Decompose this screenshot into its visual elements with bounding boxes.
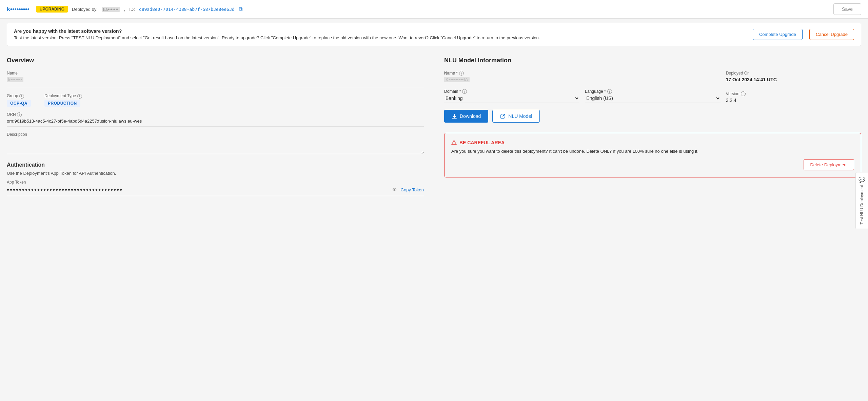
orn-label: ORN i [7, 112, 424, 117]
status-badge: UPGRADING [36, 6, 68, 13]
description-textarea[interactable] [7, 138, 424, 154]
danger-area: BE CAREFUL AREA Are you sure you want to… [444, 133, 861, 177]
nlu-language-select[interactable]: English (US) [585, 95, 720, 101]
nlu-version-info-icon[interactable]: i [741, 91, 746, 96]
side-tab-label: Test NLU Deployment [860, 185, 864, 203]
download-icon [452, 113, 457, 119]
nlu-deployed-on-field: Deployed On 17 Oct 2024 14:41 UTC [726, 71, 861, 82]
nlu-model-button[interactable]: NLU Model [492, 110, 540, 123]
nlu-version-field: Version i 3.2.4 [726, 91, 861, 103]
nlu-language-info-icon[interactable]: i [607, 89, 612, 94]
danger-title: BE CAREFUL AREA [451, 140, 854, 145]
show-token-icon[interactable]: 👁 [392, 187, 397, 192]
nlu-version-label: Version i [726, 91, 861, 96]
group-field: Group i OCP-QA [7, 93, 31, 107]
nlu-language-select-field: English (US) [585, 95, 720, 103]
name-label: Name [7, 71, 424, 76]
left-panel: Overview Name k••••••• Group i OCP-QA De… [7, 50, 437, 196]
main-content: Overview Name k••••••• Group i OCP-QA De… [0, 50, 868, 203]
overview-section-title: Overview [7, 57, 424, 64]
auth-description: Use the Deployment's App Token for API A… [7, 171, 424, 176]
deployed-by-label: Deployed by: [72, 7, 98, 12]
deployment-id: c89ad8e0-7014-4388-ab7f-587b3e8ee63d [139, 7, 235, 12]
side-tab-icon: 💬 [859, 176, 865, 183]
nlu-domain-select[interactable]: Banking [444, 95, 579, 101]
name-value: k••••••• [7, 77, 424, 82]
deployment-type-field: Deployment Type i PRODUCTION [44, 93, 82, 107]
description-label: Description [7, 132, 424, 137]
download-button[interactable]: Download [444, 110, 488, 123]
warning-icon [451, 140, 457, 145]
token-row: •••••••••••••••••••••••••••••••••••••• 👁… [7, 186, 424, 196]
name-divider [7, 88, 424, 88]
nlu-deployed-on-label: Deployed On [726, 71, 861, 76]
upgrade-banner: Are you happy with the latest software v… [7, 23, 861, 46]
nlu-language-field: Language * i English (US) [585, 89, 720, 103]
upgrade-banner-text: Are you happy with the latest software v… [14, 28, 746, 40]
right-panel: NLU Model Information Name * i K••••••••… [437, 50, 861, 196]
deployment-type-info-icon[interactable]: i [77, 94, 82, 99]
external-link-icon [500, 113, 506, 119]
danger-description: Are you sure you want to delete this dep… [451, 149, 854, 154]
delete-deployment-button[interactable]: Delete Deployment [804, 159, 854, 170]
orn-value: orn:9619b513-4ac5-4c27-bf5e-4abd5d4a2257… [7, 119, 424, 127]
group-type-row: Group i OCP-QA Deployment Type i PRODUCT… [7, 93, 424, 107]
nlu-domain-field: Domain * i Banking [444, 89, 579, 103]
nlu-deployed-on-value: 17 Oct 2024 14:41 UTC [726, 77, 861, 82]
group-info-icon[interactable]: i [19, 94, 24, 99]
upgrade-banner-description: Test the latest version: Press "TEST NLU… [14, 35, 540, 40]
group-label: Group i [7, 93, 31, 99]
deployed-by-user: ka••••••• [102, 7, 120, 12]
nlu-name-value: K•••••••••IA [444, 77, 579, 82]
deployment-type-label: Deployment Type i [44, 93, 82, 99]
copy-token-button[interactable]: Copy Token [401, 187, 424, 192]
side-tab[interactable]: 💬 Test NLU Deployment [855, 172, 868, 203]
nlu-action-buttons: Download NLU Model [444, 110, 861, 123]
id-separator: , [124, 7, 125, 12]
orn-info-icon[interactable]: i [17, 112, 22, 117]
app-token-label: App Token [7, 180, 424, 185]
nlu-domain-select-field: Banking [444, 95, 579, 103]
save-button[interactable]: Save [833, 3, 861, 15]
nlu-name-label: Name * i [444, 71, 579, 76]
nlu-row2: Domain * i Banking Language * i English … [444, 89, 861, 103]
upgrade-banner-title: Are you happy with the latest software v… [14, 28, 746, 34]
token-masked: •••••••••••••••••••••••••••••••••••••• [7, 186, 388, 194]
nlu-language-label: Language * i [585, 89, 720, 94]
group-tag: OCP-QA [7, 100, 31, 107]
nlu-name-field: Name * i K•••••••••IA [444, 71, 579, 82]
nlu-section-title: NLU Model Information [444, 57, 861, 64]
top-bar: k••••••••• UPGRADING Deployed by: ka••••… [0, 0, 868, 19]
name-blurred: k••••••• [7, 77, 23, 82]
complete-upgrade-button[interactable]: Complete Upgrade [753, 29, 803, 40]
nlu-domain-info-icon[interactable]: i [462, 89, 467, 94]
id-label: ID: [129, 7, 135, 12]
deployment-type-tag: PRODUCTION [44, 100, 80, 107]
copy-id-icon[interactable]: ⧉ [239, 6, 242, 12]
nlu-name-info-icon[interactable]: i [459, 71, 464, 76]
auth-section-title: Authentication [7, 162, 424, 168]
nlu-domain-label: Domain * i [444, 89, 579, 94]
nlu-version-value: 3.2.4 [726, 98, 861, 103]
nlu-info-grid: Name * i K•••••••••IA Deployed On 17 Oct… [444, 71, 861, 82]
app-logo: k••••••••• [7, 6, 29, 13]
cancel-upgrade-button[interactable]: Cancel Upgrade [809, 29, 854, 40]
